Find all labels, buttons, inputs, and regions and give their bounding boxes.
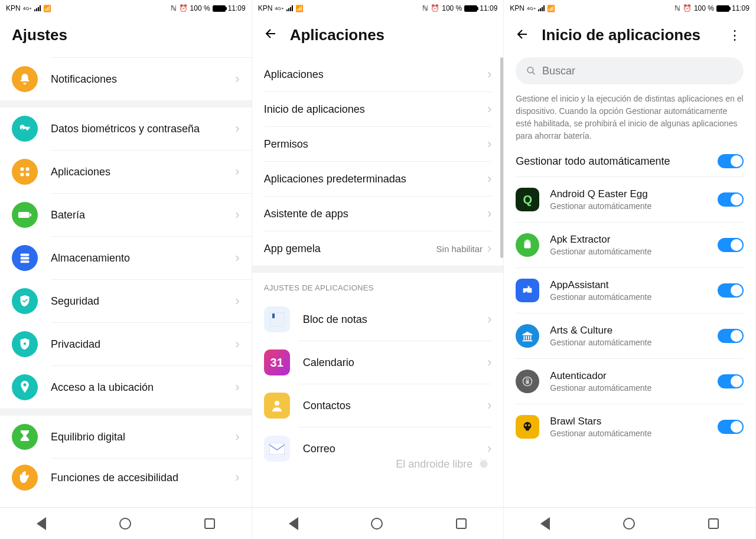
settings-item-notificaciones[interactable]: Notificaciones › [0,58,252,100]
nav-back-button[interactable] [540,517,550,530]
status-bar: KPN 4G+ 📶 ℕ ⏰ 100 % 11:09 [0,0,252,17]
settings-item-ubicacion[interactable]: Acceso a la ubicación › [0,366,252,409]
svg-point-9 [24,342,26,345]
chevron-right-icon: › [487,68,491,81]
settings-list: Notificaciones › Datos biométricos y con… [0,57,252,507]
app-row-brawl-stars[interactable]: Brawl Stars Gestionar automáticamente [504,404,755,449]
back-button[interactable] [516,27,530,44]
svg-rect-14 [269,443,285,455]
location-icon [12,374,38,400]
settings-item-biometricos[interactable]: Datos biométricos y contraseña › [0,107,252,150]
app-row-contactos[interactable]: Contactos › [252,384,504,427]
item-app-gemela[interactable]: App gemela Sin habilitar › [252,231,504,266]
app-row-appassistant[interactable]: AppAssistant Gestionar automáticamente [504,268,755,313]
privacy-icon [12,331,38,357]
section-gap [0,100,252,107]
lock-icon [516,370,539,393]
toggle-switch[interactable] [718,329,744,343]
nav-bar [0,507,252,539]
svg-rect-3 [26,173,30,177]
nav-back-button[interactable] [289,517,298,530]
nav-home-button[interactable] [119,518,131,530]
battery-pct: 100 % [190,4,210,12]
svg-point-21 [526,241,527,242]
app-row-bloc-notas[interactable]: Bloc de notas › [252,298,504,341]
settings-item-accesibilidad[interactable]: Funciones de accesibilidad › [0,459,252,496]
toggle-switch[interactable] [718,238,744,252]
toggle-switch[interactable] [718,283,744,298]
section-gap [0,409,252,416]
battery-icon [12,202,38,228]
search-bar[interactable] [516,57,744,84]
item-asistente-apps[interactable]: Asistente de apps › [252,197,504,231]
mail-app-icon [264,436,290,462]
nav-recent-button[interactable] [708,518,719,529]
nav-back-button[interactable] [37,517,46,530]
chevron-right-icon: › [487,242,491,255]
page-title: Ajustes [12,26,67,44]
app-row-autenticador[interactable]: Autenticador Gestionar automáticamente [504,359,755,404]
svg-rect-5 [30,213,31,216]
settings-item-privacidad[interactable]: Privacidad › [0,323,252,365]
toggle-switch[interactable] [718,420,744,434]
nav-recent-button[interactable] [456,518,467,529]
chevron-right-icon: › [487,172,491,185]
toggle-switch[interactable] [718,192,744,207]
item-inicio-aplicaciones[interactable]: Inicio de aplicaciones › [252,92,504,126]
carrier-label: KPN [6,4,21,12]
battery-icon [213,5,226,12]
chevron-right-icon: › [235,73,239,86]
settings-item-bateria[interactable]: Batería › [0,194,252,236]
svg-rect-24 [526,380,529,384]
key-icon [12,116,38,142]
bell-icon [12,66,38,92]
header: Ajustes [0,17,252,57]
header: Inicio de aplicaciones ⋮ [504,17,755,57]
toggle-switch[interactable] [718,374,744,388]
description-text: Gestione el inicio y la ejecución de dis… [504,93,755,152]
more-menu-button[interactable]: ⋮ [726,29,744,42]
signal-icon [34,5,41,11]
back-button[interactable] [264,27,278,44]
hand-icon [12,465,38,491]
chevron-right-icon: › [235,381,239,394]
nfc-icon: ℕ [171,4,177,12]
chevron-right-icon: › [235,471,239,484]
settings-item-seguridad[interactable]: Seguridad › [0,280,252,322]
svg-point-13 [275,401,279,406]
nav-home-button[interactable] [371,518,383,530]
nav-home-button[interactable] [623,518,635,530]
svg-rect-20 [524,243,531,248]
svg-rect-12 [270,312,284,326]
master-toggle-row[interactable]: Gestionar todo automáticamente [504,152,755,177]
svg-rect-11 [272,313,275,318]
item-aplicaciones[interactable]: Aplicaciones › [252,57,504,92]
alarm-icon: ⏰ [179,4,188,12]
item-apps-predeterminadas[interactable]: Aplicaciones predeterminadas › [252,162,504,196]
settings-item-equilibrio-digital[interactable]: Equilibrio digital › [0,416,252,458]
puzzle-icon [516,279,539,302]
app-row-arts-culture[interactable]: Arts & Culture Gestionar automáticamente [504,313,755,358]
chevron-right-icon: › [235,295,239,308]
app-row-apk-extractor[interactable]: Apk Extractor Gestionar automáticamente [504,223,755,267]
section-gap [252,266,504,273]
settings-item-aplicaciones[interactable]: Aplicaciones › [0,151,252,193]
contacts-app-icon [264,393,290,419]
chevron-right-icon: › [487,442,491,455]
svg-rect-28 [526,429,530,431]
item-permisos[interactable]: Permisos › [252,127,504,161]
svg-rect-0 [21,168,24,171]
app-row-calendario[interactable]: 31 Calendario › [252,341,504,384]
chevron-right-icon: › [235,208,239,221]
app-row-correo[interactable]: Correo › [252,427,504,470]
page-title: Inicio de aplicaciones [542,26,700,44]
svg-point-25 [524,422,532,430]
skull-icon [516,415,539,439]
nav-recent-button[interactable] [204,518,215,529]
search-input[interactable] [542,65,733,77]
settings-item-almacenamiento[interactable]: Almacenamiento › [0,237,252,279]
svg-rect-6 [21,254,30,256]
screen-inicio-aplicaciones: KPN 4G+ 📶 ℕ⏰ 100 % 11:09 Inicio de aplic… [504,0,756,539]
app-row-android-q[interactable]: Q Android Q Easter Egg Gestionar automát… [504,177,755,222]
toggle-switch[interactable] [718,154,744,168]
